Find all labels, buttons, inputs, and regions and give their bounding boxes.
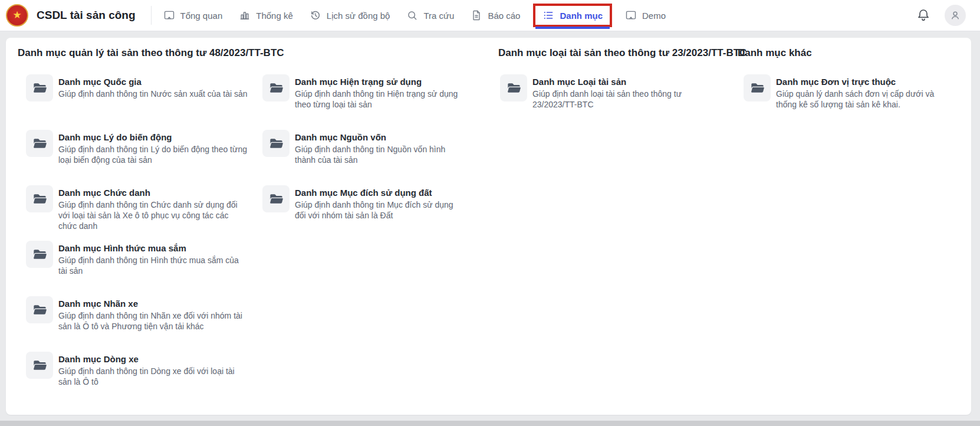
catalog-item-description: Giúp định danh thông tin Lý do biến động… bbox=[58, 144, 248, 165]
section-title: Danh mục khác bbox=[738, 47, 969, 59]
catalog-item-nhan-xe[interactable]: Danh mục Nhãn xe Giúp định danh thông ti… bbox=[26, 296, 262, 352]
catalog-item-description: Giúp định danh thông tin Nhãn xe đối với… bbox=[58, 310, 248, 332]
open-folder-icon bbox=[500, 74, 527, 101]
catalog-item-quoc-gia[interactable]: Danh mục Quốc gia Giúp định danh thông t… bbox=[26, 74, 262, 130]
bell-icon bbox=[916, 8, 930, 22]
catalog-item-title: Danh mục Mục đích sử dụng đất bbox=[295, 187, 466, 198]
tab-danh-muc[interactable]: Danh mục bbox=[533, 4, 612, 27]
catalog-item-description: Giúp định danh loại tài sản theo thông t… bbox=[532, 89, 718, 110]
section-48-column-right: Danh mục Hiện trạng sử dụng Giúp định da… bbox=[262, 74, 486, 407]
open-folder-icon bbox=[26, 74, 53, 101]
tab-tra-cuu[interactable]: Tra cứu bbox=[398, 0, 462, 31]
catalog-item-description: Giúp quản lý danh sách đơn vị cấp dưới v… bbox=[776, 89, 953, 110]
catalog-item-title: Danh mục Nhãn xe bbox=[58, 298, 248, 309]
section-khac-items: Danh mục Đơn vị trực thuộc Giúp quản lý … bbox=[738, 74, 969, 130]
open-folder-icon bbox=[744, 74, 771, 101]
open-folder-icon bbox=[262, 130, 290, 157]
vietnam-emblem-logo: ★ bbox=[6, 4, 28, 27]
tab-label: Tra cứu bbox=[423, 11, 454, 21]
tab-label: Tổng quan bbox=[180, 11, 223, 21]
open-folder-icon bbox=[262, 74, 290, 101]
catalog-item-description: Giúp định danh thông tin Dòng xe đối với… bbox=[58, 366, 248, 387]
notifications-button[interactable] bbox=[916, 8, 930, 22]
open-folder-icon bbox=[262, 185, 290, 212]
open-folder-icon bbox=[26, 185, 53, 212]
catalog-item-title: Danh mục Quốc gia bbox=[58, 76, 248, 87]
catalog-item-description: Giúp định danh thông tin Chức danh sử dụ… bbox=[58, 199, 248, 231]
main-nav: Tổng quan Thống kê Lịch sử đồng bộ Tra c… bbox=[155, 0, 674, 31]
section-23-2023: Danh mục loại tài sản theo thông tư 23/2… bbox=[498, 47, 734, 130]
history-icon bbox=[310, 9, 321, 21]
catalog-item-description: Giúp định danh thông tin Hiện trạng sử d… bbox=[295, 89, 466, 110]
overview-icon bbox=[625, 9, 637, 21]
tab-label: Báo cáo bbox=[488, 11, 520, 21]
emblem-star-icon: ★ bbox=[12, 10, 21, 20]
section-48-column-left: Danh mục Quốc gia Giúp định danh thông t… bbox=[26, 74, 262, 407]
tab-demo[interactable]: Demo bbox=[617, 0, 674, 31]
catalog-item-description: Giúp định danh thông tin Hình thức mua s… bbox=[58, 255, 248, 276]
catalog-item-hinh-thuc-mua-sam[interactable]: Danh mục Hình thức mua sắm Giúp định dan… bbox=[26, 241, 262, 296]
tab-label: Demo bbox=[642, 11, 666, 21]
catalog-item-ly-do-bien-dong[interactable]: Danh mục Lý do biến động Giúp định danh … bbox=[26, 130, 262, 185]
catalog-item-hien-trang-su-dung[interactable]: Danh mục Hiện trạng sử dụng Giúp định da… bbox=[262, 74, 486, 130]
tab-label: Lịch sử đồng bộ bbox=[327, 11, 390, 21]
tab-lich-su-dong-bo[interactable]: Lịch sử đồng bộ bbox=[301, 0, 399, 31]
section-title: Danh mục quản lý tài sản theo thông tư 4… bbox=[18, 47, 489, 59]
open-folder-icon bbox=[26, 296, 53, 323]
section-48-2023: Danh mục quản lý tài sản theo thông tư 4… bbox=[18, 47, 489, 407]
catalog-item-chuc-danh[interactable]: Danh mục Chức danh Giúp định danh thông … bbox=[26, 185, 262, 241]
catalog-item-description: Giúp định danh thông tin Mục đích sử dụn… bbox=[295, 199, 466, 221]
tab-tong-quan[interactable]: Tổng quan bbox=[155, 0, 231, 31]
catalog-item-description: Giúp định danh thông tin Nguồn vốn hình … bbox=[295, 144, 466, 165]
open-folder-icon bbox=[26, 352, 53, 379]
catalog-item-title: Danh mục Dòng xe bbox=[58, 353, 248, 365]
user-avatar[interactable] bbox=[945, 5, 966, 26]
catalog-item-description: Giúp định danh thông tin Nước sản xuất c… bbox=[58, 89, 248, 99]
overview-icon bbox=[163, 9, 175, 21]
catalog-item-title: Danh mục Hình thức mua sắm bbox=[58, 243, 248, 254]
content-card: Danh mục quản lý tài sản theo thông tư 4… bbox=[6, 38, 971, 415]
catalog-item-title: Danh mục Đơn vị trực thuộc bbox=[776, 76, 953, 87]
catalog-item-title: Danh mục Loại tài sản bbox=[532, 76, 718, 87]
header-divider bbox=[151, 6, 152, 25]
tab-thong-ke[interactable]: Thống kê bbox=[231, 0, 301, 31]
catalog-item-don-vi-truc-thuoc[interactable]: Danh mục Đơn vị trực thuộc Giúp quản lý … bbox=[744, 74, 969, 130]
catalog-item-dong-xe[interactable]: Danh mục Dòng xe Giúp định danh thông ti… bbox=[26, 352, 262, 407]
section-title: Danh mục loại tài sản theo thông tư 23/2… bbox=[498, 47, 734, 59]
topbar-right bbox=[916, 5, 980, 26]
bar-chart-icon bbox=[239, 9, 251, 21]
catalog-item-title: Danh mục Chức danh bbox=[58, 187, 248, 198]
catalog-item-title: Danh mục Lý do biến động bbox=[58, 132, 248, 143]
section-khac: Danh mục khác Danh mục Đơn vị trực thuộc… bbox=[738, 47, 969, 130]
open-folder-icon bbox=[26, 130, 53, 157]
list-icon bbox=[542, 9, 554, 21]
catalog-item-title: Danh mục Nguồn vốn bbox=[295, 132, 466, 143]
tab-bao-cao[interactable]: Báo cáo bbox=[462, 0, 528, 31]
search-icon bbox=[406, 9, 418, 21]
app-title: CSDL tài sản công bbox=[37, 9, 136, 22]
catalog-item-nguon-von[interactable]: Danh mục Nguồn vốn Giúp định danh thông … bbox=[262, 130, 486, 185]
person-icon bbox=[949, 9, 962, 22]
top-navigation-bar: ★ CSDL tài sản công Tổng quan Thống kê L… bbox=[0, 0, 980, 31]
tab-label: Thống kê bbox=[256, 11, 293, 21]
open-folder-icon bbox=[26, 241, 53, 268]
report-icon bbox=[471, 9, 482, 21]
catalog-item-loai-tai-san[interactable]: Danh mục Loại tài sản Giúp định danh loạ… bbox=[500, 74, 734, 130]
section-48-columns: Danh mục Quốc gia Giúp định danh thông t… bbox=[18, 74, 489, 407]
tab-label: Danh mục bbox=[560, 11, 603, 21]
catalog-item-title: Danh mục Hiện trạng sử dụng bbox=[295, 76, 466, 87]
window-bottom-edge bbox=[0, 421, 980, 426]
section-23-items: Danh mục Loại tài sản Giúp định danh loạ… bbox=[498, 74, 734, 130]
catalog-item-muc-dich-su-dung-dat[interactable]: Danh mục Mục đích sử dụng đất Giúp định … bbox=[262, 185, 486, 241]
